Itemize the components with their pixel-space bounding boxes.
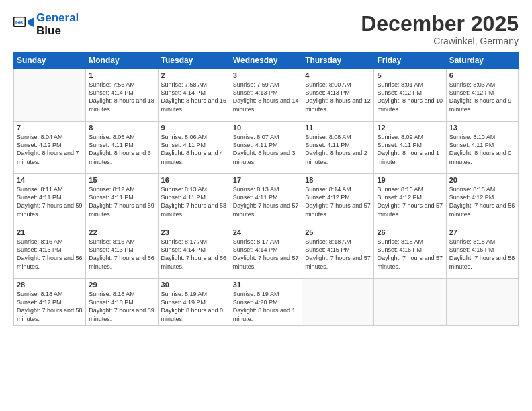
logo-text: General Blue bbox=[36, 12, 79, 37]
table-cell: 25Sunrise: 8:18 AMSunset: 4:15 PMDayligh… bbox=[302, 226, 374, 279]
day-info: Sunrise: 8:17 AMSunset: 4:14 PMDaylight:… bbox=[161, 238, 227, 271]
table-cell: 7Sunrise: 8:04 AMSunset: 4:12 PMDaylight… bbox=[14, 122, 86, 174]
day-number: 9 bbox=[161, 124, 227, 132]
table-cell: 29Sunrise: 8:18 AMSunset: 4:18 PMDayligh… bbox=[86, 279, 158, 326]
col-saturday: Saturday bbox=[446, 52, 518, 69]
table-cell: 17Sunrise: 8:13 AMSunset: 4:11 PMDayligh… bbox=[230, 174, 302, 226]
table-cell: 21Sunrise: 8:16 AMSunset: 4:13 PMDayligh… bbox=[14, 226, 86, 279]
day-number: 8 bbox=[89, 124, 154, 132]
table-cell: 22Sunrise: 8:16 AMSunset: 4:13 PMDayligh… bbox=[86, 226, 158, 279]
day-info: Sunrise: 8:05 AMSunset: 4:11 PMDaylight:… bbox=[89, 133, 154, 166]
table-cell: 18Sunrise: 8:14 AMSunset: 4:12 PMDayligh… bbox=[302, 174, 374, 226]
day-info: Sunrise: 8:06 AMSunset: 4:11 PMDaylight:… bbox=[161, 133, 227, 166]
day-number: 18 bbox=[305, 176, 371, 184]
day-info: Sunrise: 8:07 AMSunset: 4:11 PMDaylight:… bbox=[233, 133, 299, 166]
table-cell: 2Sunrise: 7:58 AMSunset: 4:14 PMDaylight… bbox=[158, 69, 230, 122]
day-info: Sunrise: 8:12 AMSunset: 4:11 PMDaylight:… bbox=[89, 185, 154, 218]
day-info: Sunrise: 8:19 AMSunset: 4:19 PMDaylight:… bbox=[161, 290, 227, 323]
table-cell: 9Sunrise: 8:06 AMSunset: 4:11 PMDaylight… bbox=[158, 122, 230, 174]
table-cell: 14Sunrise: 8:11 AMSunset: 4:11 PMDayligh… bbox=[14, 174, 86, 226]
day-info: Sunrise: 8:15 AMSunset: 4:12 PMDaylight:… bbox=[377, 185, 443, 218]
table-cell: 11Sunrise: 8:08 AMSunset: 4:11 PMDayligh… bbox=[302, 122, 374, 174]
day-info: Sunrise: 8:18 AMSunset: 4:18 PMDaylight:… bbox=[89, 290, 154, 323]
day-info: Sunrise: 8:19 AMSunset: 4:20 PMDaylight:… bbox=[233, 290, 299, 323]
table-cell: 4Sunrise: 8:00 AMSunset: 4:13 PMDaylight… bbox=[302, 69, 374, 122]
day-info: Sunrise: 8:18 AMSunset: 4:17 PMDaylight:… bbox=[17, 290, 83, 323]
day-number: 30 bbox=[161, 281, 227, 289]
calendar-header-row: Sunday Monday Tuesday Wednesday Thursday… bbox=[14, 52, 519, 69]
table-cell: 1Sunrise: 7:56 AMSunset: 4:14 PMDaylight… bbox=[86, 69, 158, 122]
month-title: December 2025 bbox=[361, 12, 519, 36]
day-number: 5 bbox=[377, 71, 443, 79]
col-wednesday: Wednesday bbox=[230, 52, 302, 69]
day-info: Sunrise: 7:56 AMSunset: 4:14 PMDaylight:… bbox=[89, 81, 154, 113]
col-tuesday: Tuesday bbox=[158, 52, 230, 69]
day-number: 7 bbox=[17, 124, 83, 132]
table-cell: 30Sunrise: 8:19 AMSunset: 4:19 PMDayligh… bbox=[158, 279, 230, 326]
day-info: Sunrise: 8:03 AMSunset: 4:12 PMDaylight:… bbox=[449, 81, 515, 113]
svg-text:GB: GB bbox=[15, 19, 24, 25]
svg-marker-3 bbox=[28, 17, 34, 27]
day-number: 28 bbox=[17, 281, 83, 289]
table-cell: 6Sunrise: 8:03 AMSunset: 4:12 PMDaylight… bbox=[446, 69, 518, 122]
table-cell bbox=[14, 69, 86, 122]
day-number: 16 bbox=[161, 176, 227, 184]
day-info: Sunrise: 8:00 AMSunset: 4:13 PMDaylight:… bbox=[305, 81, 371, 113]
table-cell: 13Sunrise: 8:10 AMSunset: 4:11 PMDayligh… bbox=[446, 122, 518, 174]
col-friday: Friday bbox=[374, 52, 446, 69]
table-cell: 3Sunrise: 7:59 AMSunset: 4:13 PMDaylight… bbox=[230, 69, 302, 122]
day-info: Sunrise: 8:13 AMSunset: 4:11 PMDaylight:… bbox=[161, 185, 227, 218]
logo-icon: GB bbox=[13, 15, 34, 35]
day-info: Sunrise: 7:58 AMSunset: 4:14 PMDaylight:… bbox=[161, 81, 227, 113]
table-cell: 23Sunrise: 8:17 AMSunset: 4:14 PMDayligh… bbox=[158, 226, 230, 279]
day-number: 11 bbox=[305, 124, 371, 132]
col-thursday: Thursday bbox=[302, 52, 374, 69]
day-info: Sunrise: 8:15 AMSunset: 4:12 PMDaylight:… bbox=[449, 185, 515, 218]
day-info: Sunrise: 8:16 AMSunset: 4:13 PMDaylight:… bbox=[89, 238, 154, 271]
day-number: 29 bbox=[89, 281, 154, 289]
day-info: Sunrise: 8:10 AMSunset: 4:11 PMDaylight:… bbox=[449, 133, 515, 166]
day-number: 1 bbox=[89, 71, 154, 79]
location: Crawinkel, Germany bbox=[361, 36, 519, 46]
day-info: Sunrise: 8:14 AMSunset: 4:12 PMDaylight:… bbox=[305, 185, 371, 218]
calendar-table: Sunday Monday Tuesday Wednesday Thursday… bbox=[13, 52, 519, 326]
day-info: Sunrise: 8:16 AMSunset: 4:13 PMDaylight:… bbox=[17, 238, 83, 271]
day-number: 20 bbox=[449, 176, 515, 184]
day-number: 14 bbox=[17, 176, 83, 184]
day-number: 13 bbox=[449, 124, 515, 132]
day-number: 10 bbox=[233, 124, 299, 132]
day-info: Sunrise: 8:18 AMSunset: 4:16 PMDaylight:… bbox=[377, 238, 443, 271]
table-cell: 20Sunrise: 8:15 AMSunset: 4:12 PMDayligh… bbox=[446, 174, 518, 226]
table-cell: 10Sunrise: 8:07 AMSunset: 4:11 PMDayligh… bbox=[230, 122, 302, 174]
table-cell: 8Sunrise: 8:05 AMSunset: 4:11 PMDaylight… bbox=[86, 122, 158, 174]
table-cell: 5Sunrise: 8:01 AMSunset: 4:12 PMDaylight… bbox=[374, 69, 446, 122]
day-number: 24 bbox=[233, 228, 299, 236]
day-number: 2 bbox=[161, 71, 227, 79]
col-monday: Monday bbox=[86, 52, 158, 69]
day-number: 21 bbox=[17, 228, 83, 236]
logo: GB General Blue bbox=[13, 12, 79, 37]
title-block: December 2025 Crawinkel, Germany bbox=[361, 12, 519, 46]
day-number: 4 bbox=[305, 71, 371, 79]
day-info: Sunrise: 8:11 AMSunset: 4:11 PMDaylight:… bbox=[17, 185, 83, 218]
table-cell: 24Sunrise: 8:17 AMSunset: 4:14 PMDayligh… bbox=[230, 226, 302, 279]
table-cell: 31Sunrise: 8:19 AMSunset: 4:20 PMDayligh… bbox=[230, 279, 302, 326]
day-info: Sunrise: 8:18 AMSunset: 4:15 PMDaylight:… bbox=[305, 238, 371, 271]
day-number: 22 bbox=[89, 228, 154, 236]
table-cell bbox=[302, 279, 374, 326]
day-number: 3 bbox=[233, 71, 299, 79]
day-info: Sunrise: 8:18 AMSunset: 4:16 PMDaylight:… bbox=[449, 238, 515, 271]
day-number: 26 bbox=[377, 228, 443, 236]
day-number: 12 bbox=[377, 124, 443, 132]
table-cell: 26Sunrise: 8:18 AMSunset: 4:16 PMDayligh… bbox=[374, 226, 446, 279]
day-number: 23 bbox=[161, 228, 227, 236]
header: GB General Blue December 2025 Crawinkel,… bbox=[13, 12, 519, 46]
day-number: 25 bbox=[305, 228, 371, 236]
table-cell: 28Sunrise: 8:18 AMSunset: 4:17 PMDayligh… bbox=[14, 279, 86, 326]
day-number: 19 bbox=[377, 176, 443, 184]
col-sunday: Sunday bbox=[14, 52, 86, 69]
day-info: Sunrise: 7:59 AMSunset: 4:13 PMDaylight:… bbox=[233, 81, 299, 113]
day-number: 17 bbox=[233, 176, 299, 184]
day-info: Sunrise: 8:04 AMSunset: 4:12 PMDaylight:… bbox=[17, 133, 83, 166]
table-cell: 15Sunrise: 8:12 AMSunset: 4:11 PMDayligh… bbox=[86, 174, 158, 226]
